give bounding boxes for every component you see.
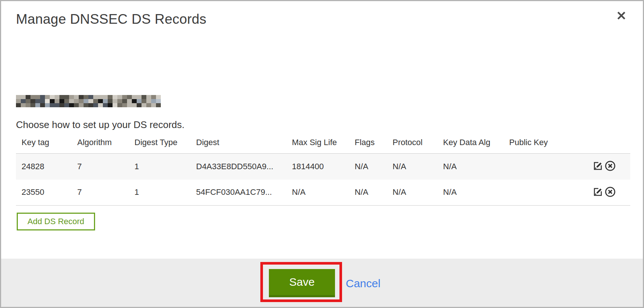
redaction-pixel [103, 103, 108, 107]
redaction-pixel [16, 99, 21, 103]
redaction-pixel [16, 103, 21, 107]
redaction-pixel [45, 103, 50, 107]
table-row: 2482871D4A33E8DD550A9...1814400N/AN/AN/A [16, 154, 630, 180]
save-highlight-annotation: Save [260, 262, 342, 302]
redaction-pixel [35, 99, 40, 103]
redaction-pixel [137, 99, 142, 103]
redaction-pixel [45, 99, 50, 103]
redaction-pixel [113, 95, 117, 99]
redaction-pixel [74, 103, 79, 107]
redaction-pixel [108, 99, 113, 103]
row-actions [587, 154, 630, 180]
instruction-text: Choose how to set up your DS records. [16, 119, 185, 131]
redaction-pixel [64, 103, 69, 107]
redaction-pixel [40, 99, 45, 103]
redaction-pixel [69, 99, 74, 103]
redaction-pixel [79, 99, 84, 103]
column-header: Key tag [16, 136, 72, 154]
table-cell: N/A [438, 180, 504, 206]
edit-record-icon[interactable] [592, 186, 604, 199]
redaction-pixel [156, 103, 161, 107]
delete-record-icon[interactable] [604, 160, 616, 173]
redaction-pixel [151, 103, 156, 107]
table-cell: N/A [387, 180, 438, 206]
redaction-pixel [127, 95, 132, 99]
redaction-pixel [117, 103, 122, 107]
save-button[interactable]: Save [269, 269, 335, 297]
redaction-pixel [132, 95, 137, 99]
redaction-pixel [26, 99, 30, 103]
redaction-pixel [146, 99, 151, 103]
column-header: Digest Type [129, 136, 191, 154]
table-cell: N/A [286, 180, 349, 206]
redaction-pixel [74, 99, 79, 103]
table-cell: N/A [438, 154, 504, 180]
redaction-pixel [50, 95, 55, 99]
redaction-pixel [59, 103, 64, 107]
column-header: Algorithm [72, 136, 129, 154]
table-cell: 23550 [16, 180, 72, 206]
redaction-pixel [59, 95, 64, 99]
redaction-pixel [132, 99, 137, 103]
redaction-pixel [21, 95, 26, 99]
redaction-pixel [151, 99, 156, 103]
redaction-pixel [113, 99, 117, 103]
redaction-pixel [21, 103, 26, 107]
redaction-pixel [26, 95, 30, 99]
redaction-pixel [151, 95, 156, 99]
redaction-pixel [50, 99, 55, 103]
redaction-pixel [88, 99, 93, 103]
table-cell: N/A [387, 154, 438, 180]
redaction-pixel [64, 99, 69, 103]
redaction-pixel [117, 99, 122, 103]
delete-record-icon[interactable] [604, 186, 616, 199]
table-cell: 1814400 [286, 154, 349, 180]
redaction-pixel [50, 103, 55, 107]
redaction-pixel [74, 95, 79, 99]
redaction-pixel [30, 95, 35, 99]
redaction-pixel [156, 99, 161, 103]
page-title: Manage DNSSEC DS Records [16, 12, 206, 27]
table-header-row: Key tagAlgorithmDigest TypeDigestMax Sig… [16, 136, 630, 154]
redaction-pixel [26, 103, 30, 107]
table-cell: 7 [72, 180, 129, 206]
domain-name-redacted [16, 95, 161, 107]
redaction-pixel [137, 103, 142, 107]
redaction-pixel [88, 95, 93, 99]
redaction-pixel [84, 103, 88, 107]
column-header: Max Sig Life [286, 136, 349, 154]
redaction-pixel [142, 103, 146, 107]
redaction-pixel [103, 95, 108, 99]
cancel-link[interactable]: Cancel [346, 277, 380, 290]
ds-records-table: Key tagAlgorithmDigest TypeDigestMax Sig… [16, 136, 630, 206]
manage-dnssec-dialog: Manage DNSSEC DS Records Choose how to s… [0, 0, 644, 308]
redaction-pixel [30, 103, 35, 107]
redaction-pixel [16, 95, 21, 99]
redaction-pixel [93, 95, 98, 99]
close-button[interactable] [615, 9, 628, 23]
redaction-pixel [55, 103, 59, 107]
redaction-pixel [88, 103, 93, 107]
redaction-pixel [93, 99, 98, 103]
table-cell: 7 [72, 154, 129, 180]
redaction-pixel [55, 99, 59, 103]
redaction-pixel [40, 103, 45, 107]
column-header: Digest [191, 136, 286, 154]
table-cell: 1 [129, 154, 191, 180]
redaction-pixel [30, 99, 35, 103]
redaction-pixel [113, 103, 117, 107]
row-actions [587, 180, 630, 206]
table-cell: 1 [129, 180, 191, 206]
redaction-pixel [84, 99, 88, 103]
table-cell: N/A [349, 154, 387, 180]
redaction-pixel [146, 95, 151, 99]
redaction-pixel [59, 99, 64, 103]
add-ds-record-button[interactable]: Add DS Record [17, 213, 95, 230]
redaction-pixel [98, 103, 103, 107]
redaction-pixel [156, 95, 161, 99]
edit-record-icon[interactable] [592, 160, 604, 173]
redaction-pixel [132, 103, 137, 107]
redaction-pixel [69, 103, 74, 107]
redaction-pixel [79, 95, 84, 99]
redaction-pixel [103, 99, 108, 103]
